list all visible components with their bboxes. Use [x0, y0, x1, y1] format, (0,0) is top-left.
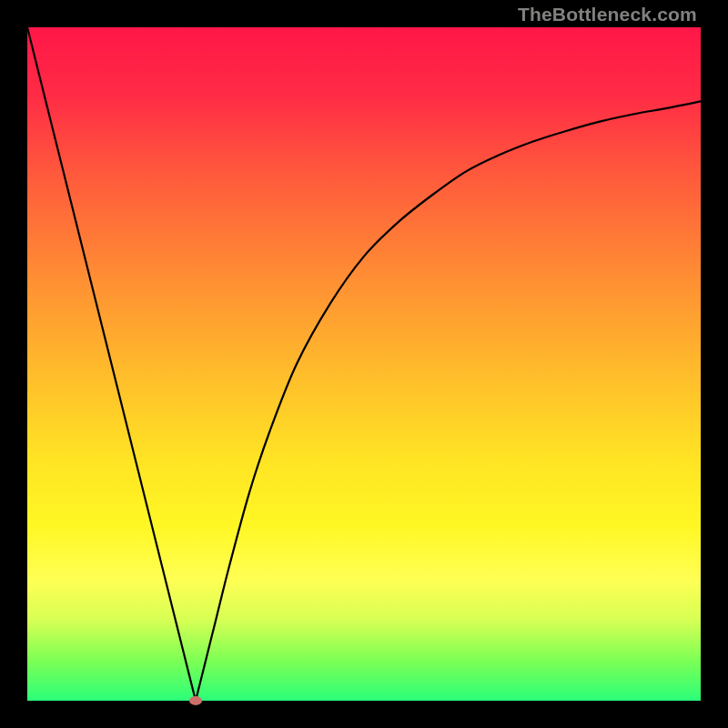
bottleneck-curve: [27, 27, 701, 701]
plot-area: [27, 27, 701, 701]
curve-svg: [27, 27, 701, 701]
watermark-text: TheBottleneck.com: [518, 4, 697, 25]
chart-frame: TheBottleneck.com: [0, 0, 728, 728]
minimum-marker: [189, 696, 202, 705]
